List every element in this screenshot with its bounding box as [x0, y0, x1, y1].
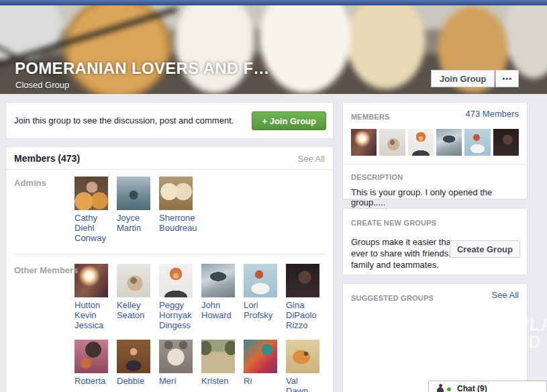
create-group-button[interactable]: Create Group	[450, 240, 520, 258]
member-name-link[interactable]: Lori Profsky	[244, 300, 284, 320]
sidebar-members-header-row: MEMBERS 473 Members	[343, 103, 527, 128]
member-cell: John Howard	[201, 264, 244, 330]
member-avatar[interactable]	[117, 264, 150, 297]
group-title: POMERANIAN LOVERS AND F…	[15, 59, 270, 78]
admins-label: Admins	[14, 178, 46, 188]
members-card: Members (473) See All Admins Cathy Diehl…	[5, 146, 334, 392]
create-groups-card: CREATE NEW GROUPS Groups make it easier …	[342, 208, 528, 275]
member-avatar[interactable]	[201, 264, 235, 297]
suggested-groups-card: SUGGESTED GROUPS See All COMPLAINTS BOAR…	[342, 283, 528, 392]
member-cell: Val Dawn	[286, 340, 328, 392]
other-members-section: Other Members Hutton Kevin Jessica Kelle…	[6, 257, 333, 392]
member-cell: Joyce Martin	[117, 177, 159, 243]
member-thumbnail[interactable]	[351, 129, 377, 156]
member-avatar[interactable]	[286, 264, 319, 297]
member-cell: Ri	[244, 340, 286, 392]
suggested-groups-header: SUGGESTED GROUPS	[351, 294, 434, 302]
member-name-link[interactable]: Val Dawn	[286, 376, 326, 392]
member-avatar[interactable]	[159, 340, 193, 373]
chat-label: Chat (9)	[457, 384, 487, 392]
member-cell: Cathy Diehl Conway	[74, 177, 117, 243]
sidebar-members-card: MEMBERS 473 Members DESCRIPTION This is …	[342, 102, 528, 199]
members-count-link[interactable]: 473 Members	[466, 109, 519, 119]
member-cell: Hutton Kevin Jessica	[74, 264, 117, 330]
member-thumbnails-row	[343, 128, 527, 164]
member-avatar[interactable]	[244, 264, 277, 297]
member-name-link[interactable]: Sherrone Boudreau	[159, 213, 199, 233]
group-privacy-label: Closed Group	[15, 80, 69, 90]
members-see-all-link[interactable]: See All	[298, 154, 325, 164]
group-cover-photo: POMERANIAN LOVERS AND F… Closed Group Jo…	[0, 5, 547, 94]
member-avatar[interactable]	[286, 340, 319, 373]
facebook-top-navbar	[0, 0, 547, 5]
other-members-label: Other Members	[14, 265, 78, 275]
description-header: DESCRIPTION	[351, 173, 403, 181]
section-divider	[14, 254, 325, 254]
suggested-groups-inner: SUGGESTED GROUPS See All COMPLAINTS BOAR…	[343, 284, 527, 311]
join-group-button-green[interactable]: + Join Group	[252, 111, 326, 130]
group-page: POMERANIAN LOVERS AND F… Closed Group Jo…	[0, 0, 547, 392]
admins-grid: Cathy Diehl Conway Joyce Martin Sherrone…	[74, 177, 325, 243]
member-avatar[interactable]	[74, 264, 108, 297]
create-groups-text: Groups make it easier than ever to share…	[351, 236, 458, 271]
member-thumbnail[interactable]	[436, 129, 462, 156]
sidebar-members-header: MEMBERS	[351, 113, 390, 121]
member-thumbnail[interactable]	[408, 129, 434, 156]
member-name-link[interactable]: Gina DiPaolo Rizzo	[286, 300, 326, 330]
member-name-link[interactable]: Peggy Hornyak Dingess	[159, 300, 199, 330]
members-count-title: Members (473)	[14, 153, 80, 164]
join-banner-message: Join this group to see the discussion, p…	[14, 115, 234, 126]
members-card-header: Members (473) See All	[6, 147, 333, 170]
other-members-grid: Hutton Kevin Jessica Kelley Seaton Peggy…	[74, 264, 325, 392]
member-name-link[interactable]: Meri	[159, 376, 199, 386]
create-groups-inner: CREATE NEW GROUPS Groups make it easier …	[343, 209, 527, 278]
admins-section: Admins Cathy Diehl Conway Joyce Martin S…	[6, 170, 333, 251]
member-name-link[interactable]: Debbie	[117, 376, 157, 386]
member-name-link[interactable]: Cathy Diehl Conway	[74, 213, 115, 243]
member-cell: Meri	[159, 340, 201, 392]
member-avatar[interactable]	[201, 340, 235, 373]
member-cell: Roberta	[74, 340, 117, 392]
member-cell: Lori Profsky	[244, 264, 286, 330]
member-avatar[interactable]	[74, 177, 108, 210]
member-avatar[interactable]	[117, 340, 150, 373]
member-cell: Gina DiPaolo Rizzo	[286, 264, 328, 330]
member-thumbnail[interactable]	[493, 129, 519, 156]
chat-contacts-icon	[437, 384, 444, 392]
member-name-link[interactable]: Kristen	[201, 376, 242, 386]
member-name-link[interactable]: Ri	[244, 376, 284, 386]
member-cell: Debbie	[117, 340, 159, 392]
member-cell: Kristen	[201, 340, 244, 392]
description-text: This is your group. I only opened the gr…	[351, 187, 519, 207]
cover-button-group: Join Group •••	[431, 70, 519, 87]
member-avatar[interactable]	[74, 340, 108, 373]
member-avatar[interactable]	[244, 340, 277, 373]
join-group-button-header[interactable]: Join Group	[431, 70, 495, 87]
member-name-link[interactable]: Hutton Kevin Jessica	[74, 300, 115, 330]
member-name-link[interactable]: John Howard	[201, 300, 242, 320]
member-thumbnail[interactable]	[379, 129, 405, 156]
member-cell: Kelley Seaton	[117, 264, 159, 330]
online-status-icon	[447, 387, 451, 391]
create-groups-header: CREATE NEW GROUPS	[351, 219, 436, 227]
suggested-see-all-link[interactable]: See All	[492, 290, 519, 300]
member-avatar[interactable]	[159, 264, 193, 297]
member-cell: Peggy Hornyak Dingess	[159, 264, 201, 330]
chat-bar[interactable]: Chat (9)	[428, 381, 547, 392]
member-name-link[interactable]: Joyce Martin	[117, 213, 157, 233]
member-avatar[interactable]	[117, 177, 150, 210]
member-avatar[interactable]	[159, 177, 193, 210]
member-name-link[interactable]: Kelley Seaton	[117, 300, 157, 320]
member-cell: Sherrone Boudreau	[159, 177, 201, 243]
member-thumbnail[interactable]	[464, 129, 490, 156]
more-options-button[interactable]: •••	[495, 70, 519, 87]
member-name-link[interactable]: Roberta	[74, 376, 115, 386]
join-banner: Join this group to see the discussion, p…	[5, 102, 334, 139]
